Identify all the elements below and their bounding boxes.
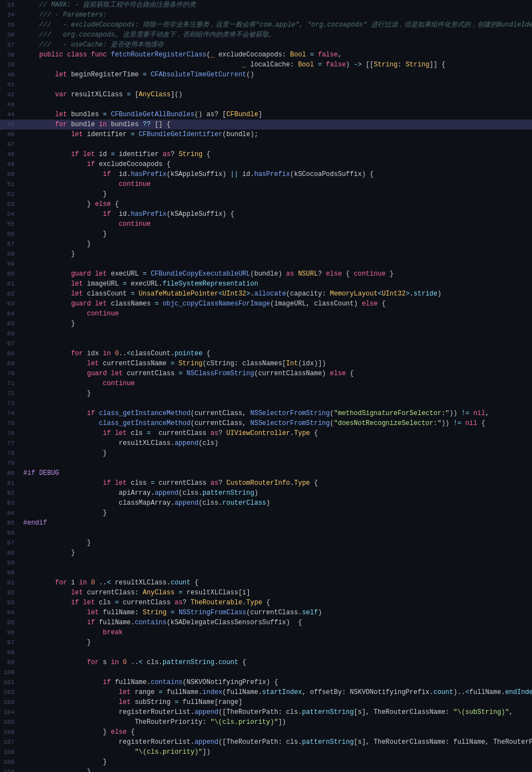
code-line: 57 } <box>0 239 532 249</box>
code-line: 107 registerRouterList.append([TheRouter… <box>0 737 532 747</box>
code-line: 94 let fullName: String = NSStringFromCl… <box>0 608 532 618</box>
line-content: let classCount = UnsafeMutablePointer<UI… <box>21 289 532 299</box>
line-content: } else { <box>21 199 532 209</box>
line-content: apiArray.append(clss.patternString) <box>21 488 532 498</box>
line-number: 50 <box>0 169 21 179</box>
line-number: 101 <box>0 677 21 687</box>
line-number: 104 <box>0 707 21 717</box>
line-number: 83 <box>0 498 21 508</box>
line-content: let currentClassName = String(cString: c… <box>21 359 532 369</box>
line-number: 38 <box>0 50 21 60</box>
line-number: 41 <box>0 80 21 90</box>
line-number: 51 <box>0 179 21 189</box>
code-line: 60 guard let execURL = CFBundleCopyExecu… <box>0 269 532 279</box>
line-number: 84 <box>0 508 21 518</box>
line-content: _ localCache: Bool = false) -> [[String:… <box>21 60 532 70</box>
line-content: } <box>21 508 532 518</box>
line-content: if class_getInstanceMethod(currentClass,… <box>21 408 532 418</box>
code-line: 78 } <box>0 448 532 458</box>
line-content: } else { <box>21 727 532 737</box>
code-line: 55 continue <box>0 219 532 229</box>
line-number: 54 <box>0 209 21 219</box>
code-line: 110 } <box>0 767 532 772</box>
code-line: 96 break <box>0 628 532 638</box>
code-line: 83 classMapArray.append(clss.routerClass… <box>0 498 532 508</box>
line-content: /// - excludeCocoapods: 排除一些非业务注册类，这里一般会… <box>21 20 532 30</box>
code-line: 53 } else { <box>0 199 532 209</box>
code-line: 59 <box>0 259 532 269</box>
code-line: 84 } <box>0 508 532 518</box>
line-number: 103 <box>0 697 21 707</box>
code-line: 58 } <box>0 249 532 259</box>
line-content: break <box>21 628 532 638</box>
line-content: if let cls = currentClass as? TheRoutera… <box>21 598 532 608</box>
code-line: 48 if let id = identifier as? String { <box>0 149 532 159</box>
code-line: 92 let currentClass: AnyClass = resultXL… <box>0 588 532 598</box>
code-line: 67 <box>0 339 532 349</box>
line-content: if id.hasPrefix(kSAppleSuffix) { <box>21 209 532 219</box>
line-content: "\(cls.priority)"]) <box>21 747 532 757</box>
line-number: 65 <box>0 319 21 329</box>
line-content: continue <box>21 379 532 388</box>
line-number: 80 <box>0 468 21 478</box>
line-content: } <box>21 757 532 767</box>
line-number: 89 <box>0 558 21 568</box>
line-number: 106 <box>0 727 21 737</box>
code-line: 71 continue <box>0 379 532 388</box>
line-content: } <box>21 239 532 249</box>
code-line: 95 if fullName.contains(kSADelegateClass… <box>0 618 532 628</box>
line-number: 79 <box>0 458 21 468</box>
line-content: for s in 0 ..< cls.patternString.count { <box>21 657 532 667</box>
line-content: class_getInstanceMethod(currentClass, NS… <box>21 418 532 428</box>
line-number: 61 <box>0 279 21 289</box>
code-line: 103 let subString = fullName[range] <box>0 697 532 707</box>
code-line: 80#if DEBUG <box>0 468 532 478</box>
code-line: 44 let bundles = CFBundleGetAllBundles()… <box>0 110 532 120</box>
code-line: 43 <box>0 100 532 110</box>
code-line: 90 <box>0 568 532 578</box>
code-line: 41 <box>0 80 532 90</box>
code-line: 97 } <box>0 638 532 647</box>
line-number: 46 <box>0 129 21 139</box>
line-content: } <box>21 548 532 558</box>
line-content: /// - Parameters: <box>21 10 532 20</box>
line-number: 39 <box>0 60 21 70</box>
code-line: 49 if excludeCocoapods { <box>0 159 532 169</box>
code-line: 45 for bundle in bundles ?? [] { <box>0 120 532 129</box>
code-line: 47 <box>0 139 532 149</box>
code-line: 66 <box>0 329 532 339</box>
line-number: 33 <box>0 0 21 10</box>
line-number: 98 <box>0 647 21 657</box>
code-line: 99 for s in 0 ..< cls.patternString.coun… <box>0 657 532 667</box>
line-number: 93 <box>0 598 21 608</box>
line-number: 76 <box>0 428 21 438</box>
code-line: 73 <box>0 398 532 408</box>
code-line: 46 let identifier = CFBundleGetIdentifie… <box>0 129 532 139</box>
line-content: continue <box>21 179 532 189</box>
line-number: 48 <box>0 149 21 159</box>
line-number: 85 <box>0 518 21 528</box>
code-line: 34 /// - Parameters: <box>0 10 532 20</box>
line-number: 100 <box>0 667 21 677</box>
code-line: 62 let classCount = UnsafeMutablePointer… <box>0 289 532 299</box>
code-line: 42 var resultXLClass = [AnyClass]() <box>0 90 532 100</box>
line-content: /// - useCache: 是否使用本地缓存 <box>21 40 532 50</box>
code-line: 70 guard let currentClass = NSClassFromS… <box>0 369 532 379</box>
line-content: for idx in 0..<classCount.pointee { <box>21 349 532 359</box>
code-line: 98 <box>0 647 532 657</box>
line-number: 62 <box>0 289 21 299</box>
line-number: 74 <box>0 408 21 418</box>
line-content: if let id = identifier as? String { <box>21 149 532 159</box>
line-content: let identifier = CFBundleGetIdentifier(b… <box>21 129 532 139</box>
line-content: if id.hasPrefix(kSAppleSuffix) || id.has… <box>21 169 532 179</box>
line-content: let bundles = CFBundleGetAllBundles() as… <box>21 110 532 120</box>
line-number: 64 <box>0 309 21 319</box>
line-number: 45 <box>0 120 21 129</box>
code-line: 87 } <box>0 538 532 548</box>
code-line: 85#endif <box>0 518 532 528</box>
code-line: 86 <box>0 528 532 538</box>
line-number: 60 <box>0 269 21 279</box>
line-content: continue <box>21 219 532 229</box>
line-number: 58 <box>0 249 21 259</box>
line-content: public class func fetchRouterRegisterCla… <box>21 50 532 60</box>
